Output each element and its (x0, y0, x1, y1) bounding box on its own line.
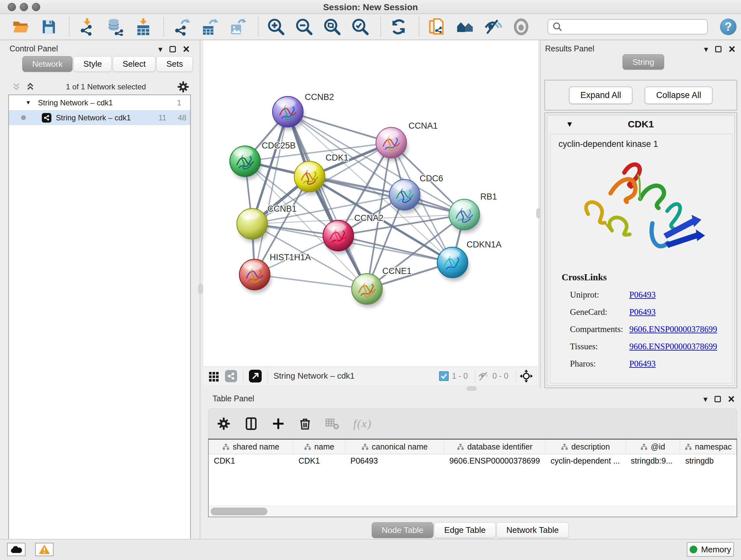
clone-network-icon[interactable] (428, 17, 446, 36)
birds-eye-view-icon[interactable] (208, 371, 219, 381)
open-external-icon[interactable] (249, 370, 262, 382)
open-session-icon[interactable] (11, 17, 30, 36)
column-header-database-identifier[interactable]: database identifier (444, 440, 545, 454)
collapse-all-button[interactable]: Collapse All (645, 86, 713, 104)
create-column-icon[interactable] (272, 417, 285, 430)
crosslink-link[interactable]: P06493 (629, 290, 656, 300)
selected-items-checkbox[interactable] (439, 371, 449, 381)
crosslink-link[interactable]: 9606.ENSP00000378699 (629, 324, 717, 334)
tab-network[interactable]: Network (22, 56, 72, 72)
show-columns-icon[interactable] (244, 417, 258, 431)
hscrollbar-thumb[interactable] (211, 508, 267, 515)
hidden-items-icon[interactable] (478, 370, 489, 382)
help-button[interactable]: ? (720, 18, 737, 35)
search-input[interactable] (563, 22, 700, 32)
import-table-from-file-icon[interactable] (134, 17, 152, 36)
delete-column-icon[interactable] (298, 417, 312, 430)
network-canvas[interactable]: CCNB2CCNA1CDC25BCDK1CDC6RB1CCNB1CCNA2CDK… (203, 40, 538, 367)
column-header-canonical-name[interactable]: canonical name (345, 440, 444, 454)
import-network-from-database-icon[interactable] (106, 17, 125, 36)
entry-header[interactable]: ▼ CDK1 (547, 115, 734, 133)
control-panel-close-icon[interactable]: × (183, 45, 190, 54)
network-row[interactable]: String Network – cdk1 11 48 (9, 110, 190, 125)
table-options-gear-icon[interactable] (217, 417, 231, 431)
edge-CCNB2-HIST1H1A[interactable] (255, 112, 288, 274)
tab-style[interactable]: Style (73, 56, 112, 72)
column-header-description[interactable]: description (545, 440, 625, 454)
tab-select[interactable]: Select (113, 56, 155, 72)
cloud-status-button[interactable] (7, 543, 25, 556)
node-HIST1H1A[interactable]: HIST1H1A (239, 253, 311, 293)
network-status-dot (21, 115, 26, 120)
results-list-box: ▼ CDK1 cyclin-dependent kinase 1 (544, 112, 737, 388)
column-header--id[interactable]: @id (626, 440, 680, 454)
apply-layout-icon[interactable] (389, 17, 408, 36)
edge-CCNA2-CDKN1A[interactable] (338, 236, 453, 262)
horizontal-splitter-handle[interactable] (467, 387, 476, 390)
toolbar-separator (267, 370, 268, 382)
results-panel-float-icon[interactable] (715, 46, 722, 52)
node-CDC25B[interactable]: CDC25B (230, 141, 296, 180)
control-panel-menu-icon[interactable]: ▾ (158, 45, 162, 53)
node-CCNB1[interactable]: CCNB1 (237, 204, 297, 242)
node-CDKN1A[interactable]: CDKN1A (437, 240, 502, 281)
tab-edge-table[interactable]: Edge Table (434, 522, 495, 538)
export-network-icon[interactable] (172, 17, 191, 36)
left-splitter-handle[interactable] (199, 284, 203, 294)
crosslink-link[interactable]: 9606.ENSP00000378699 (629, 341, 717, 352)
crosslink-link[interactable]: P06493 (629, 359, 656, 369)
show-home-icon[interactable] (456, 17, 474, 36)
results-panel-close-icon[interactable]: × (729, 45, 735, 54)
hide-graphics-details-icon[interactable] (484, 17, 502, 36)
collection-expander-icon[interactable]: ▼ (25, 100, 31, 106)
function-builder-icon[interactable]: f(x) (353, 417, 372, 430)
control-panel-float-icon[interactable] (170, 46, 176, 52)
results-panel-menu-icon[interactable]: ▾ (704, 45, 708, 53)
column-header-shared-name[interactable]: shared name (209, 440, 293, 454)
node-CCNA1[interactable]: CCNA1 (376, 121, 438, 161)
show-graphics-details-icon[interactable] (512, 17, 530, 36)
network-collection-row[interactable]: ▼ String Network – cdk1 1 (9, 95, 190, 110)
delete-table-icon[interactable] (325, 417, 340, 430)
export-image-icon[interactable] (228, 17, 247, 36)
pan-crosshair-icon[interactable] (520, 369, 533, 383)
column-header-namespac[interactable]: namespac (680, 440, 737, 454)
node-CCNB2[interactable]: CCNB2 (273, 92, 334, 130)
node-CCNE1[interactable]: CCNE1 (352, 266, 412, 307)
crosslink-row: Uniprot:P06493 (562, 290, 732, 300)
warnings-button[interactable] (35, 543, 54, 556)
network-graph[interactable]: CCNB2CCNA1CDC25BCDK1CDC6RB1CCNB1CCNA2CDK… (203, 40, 538, 367)
window-title: Session: New Session (0, 2, 741, 12)
expand-all-button[interactable]: Expand All (569, 86, 633, 104)
entry-expander-icon[interactable]: ▼ (566, 120, 574, 129)
collapse-all-networks-icon[interactable] (11, 82, 21, 91)
network-selection-status: 1 of 1 Network selected (35, 82, 177, 91)
tab-node-table[interactable]: Node Table (372, 522, 433, 538)
node-RB1[interactable]: RB1 (449, 192, 497, 233)
tab-string[interactable]: String (623, 54, 664, 70)
crosslink-link[interactable]: P06493 (629, 307, 656, 317)
global-search (548, 19, 708, 35)
zoom-out-icon[interactable] (295, 17, 313, 36)
network-options-gear-icon[interactable] (177, 80, 190, 93)
tab-network-table[interactable]: Network Table (496, 522, 569, 538)
table-panel-menu-icon[interactable]: ▾ (703, 395, 708, 403)
table-hscrollbar[interactable] (209, 506, 737, 516)
tab-sets[interactable]: Sets (156, 56, 193, 72)
expand-all-networks-icon[interactable] (25, 82, 35, 91)
edge-CCNB2-CCNE1[interactable] (288, 112, 367, 289)
table-cell: stringdb (680, 456, 737, 465)
save-session-icon[interactable] (40, 17, 58, 36)
export-table-icon[interactable] (200, 17, 219, 36)
network-share-badge-icon[interactable] (225, 370, 237, 382)
zoom-in-icon[interactable] (267, 17, 285, 36)
zoom-selected-icon[interactable] (351, 17, 369, 36)
table-panel-close-icon[interactable]: × (728, 395, 735, 404)
import-network-from-file-icon[interactable] (78, 17, 96, 36)
edge-HIST1H1A-CCNE1[interactable] (255, 274, 367, 289)
table-row[interactable]: CDK1CDK1P064939606.ENSP00000378699cyclin… (209, 454, 737, 467)
table-panel-float-icon[interactable] (715, 396, 721, 402)
column-header-name[interactable]: name (293, 440, 345, 454)
memory-button[interactable]: Memory (687, 542, 734, 557)
zoom-fit-content-icon[interactable] (323, 17, 341, 36)
